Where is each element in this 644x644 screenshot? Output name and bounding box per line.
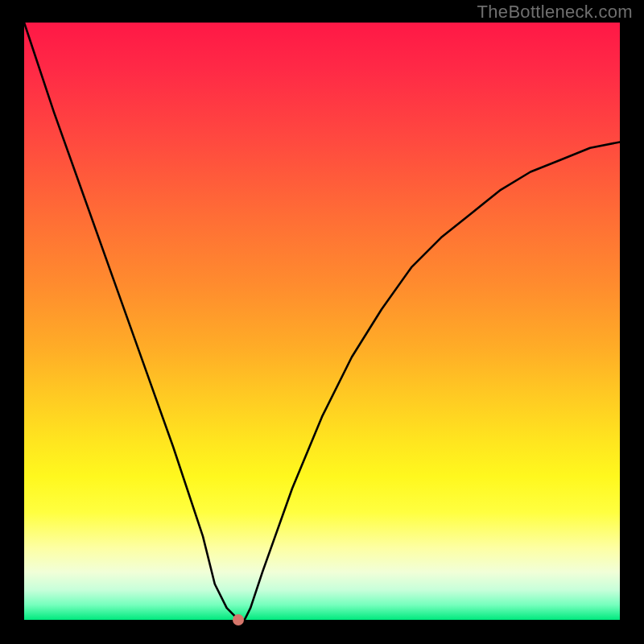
plot-area <box>24 23 620 620</box>
chart-frame: TheBottleneck.com <box>0 0 644 644</box>
watermark-text: TheBottleneck.com <box>477 2 633 23</box>
minimum-marker <box>233 614 244 625</box>
bottleneck-curve <box>24 23 620 620</box>
curve-path <box>24 23 620 620</box>
